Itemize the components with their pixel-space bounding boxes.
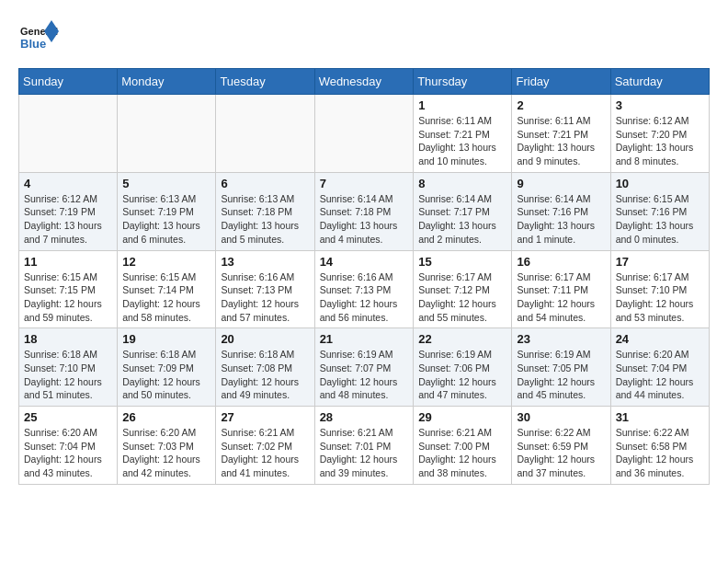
day-info: Sunrise: 6:20 AM Sunset: 7:04 PM Dayligh… [24,426,112,480]
day-number: 28 [320,410,409,424]
day-number: 1 [418,98,506,112]
day-info: Sunrise: 6:15 AM Sunset: 7:14 PM Dayligh… [122,270,210,325]
day-info: Sunrise: 6:12 AM Sunset: 7:20 PM Dayligh… [616,114,704,168]
logo: General Blue [18,18,59,59]
day-info: Sunrise: 6:14 AM Sunset: 7:18 PM Dayligh… [320,192,409,247]
day-info: Sunrise: 6:14 AM Sunset: 7:16 PM Dayligh… [517,192,605,247]
day-number: 18 [24,332,112,346]
day-info: Sunrise: 6:18 AM Sunset: 7:08 PM Dayligh… [221,348,309,402]
day-info: Sunrise: 6:21 AM Sunset: 7:00 PM Dayligh… [418,426,506,480]
calendar-cell: 15Sunrise: 6:17 AM Sunset: 7:12 PM Dayli… [414,250,512,328]
svg-text:Blue: Blue [20,37,46,51]
day-number: 24 [616,332,704,346]
calendar-cell [118,95,216,173]
day-info: Sunrise: 6:20 AM Sunset: 7:04 PM Dayligh… [616,348,704,402]
calendar-cell: 22Sunrise: 6:19 AM Sunset: 7:06 PM Dayli… [414,328,512,407]
day-info: Sunrise: 6:15 AM Sunset: 7:16 PM Dayligh… [616,192,704,247]
page-header: General Blue [18,18,710,59]
calendar-cell: 27Sunrise: 6:21 AM Sunset: 7:02 PM Dayli… [216,407,314,485]
calendar-cell: 31Sunrise: 6:22 AM Sunset: 6:58 PM Dayli… [610,407,709,485]
calendar-cell: 4Sunrise: 6:12 AM Sunset: 7:19 PM Daylig… [19,172,118,250]
calendar-cell: 26Sunrise: 6:20 AM Sunset: 7:03 PM Dayli… [118,407,216,485]
day-info: Sunrise: 6:11 AM Sunset: 7:21 PM Dayligh… [517,114,605,168]
calendar-cell [19,95,118,173]
calendar-cell: 1Sunrise: 6:11 AM Sunset: 7:21 PM Daylig… [414,95,512,173]
day-number: 20 [221,332,309,346]
logo-svg: General Blue [18,18,59,59]
day-number: 10 [616,177,704,190]
calendar-cell: 10Sunrise: 6:15 AM Sunset: 7:16 PM Dayli… [610,172,709,250]
day-number: 7 [320,177,409,190]
calendar-table: SundayMondayTuesdayWednesdayThursdayFrid… [18,68,710,485]
day-info: Sunrise: 6:21 AM Sunset: 7:01 PM Dayligh… [320,426,409,480]
day-number: 9 [517,177,605,190]
calendar-cell: 3Sunrise: 6:12 AM Sunset: 7:20 PM Daylig… [610,95,709,173]
calendar-cell: 16Sunrise: 6:17 AM Sunset: 7:11 PM Dayli… [512,250,610,328]
day-info: Sunrise: 6:17 AM Sunset: 7:10 PM Dayligh… [616,270,704,325]
day-number: 19 [122,332,210,346]
calendar-cell [216,95,314,173]
day-number: 21 [320,332,409,346]
day-number: 6 [221,177,309,190]
day-number: 31 [616,410,704,424]
calendar-cell: 9Sunrise: 6:14 AM Sunset: 7:16 PM Daylig… [512,172,610,250]
day-info: Sunrise: 6:17 AM Sunset: 7:12 PM Dayligh… [418,270,506,325]
calendar-cell: 12Sunrise: 6:15 AM Sunset: 7:14 PM Dayli… [118,250,216,328]
calendar-cell: 19Sunrise: 6:18 AM Sunset: 7:09 PM Dayli… [118,328,216,407]
calendar-cell: 18Sunrise: 6:18 AM Sunset: 7:10 PM Dayli… [19,328,118,407]
calendar-cell: 29Sunrise: 6:21 AM Sunset: 7:00 PM Dayli… [414,407,512,485]
calendar-cell: 5Sunrise: 6:13 AM Sunset: 7:19 PM Daylig… [118,172,216,250]
calendar-cell: 30Sunrise: 6:22 AM Sunset: 6:59 PM Dayli… [512,407,610,485]
day-number: 4 [24,177,112,190]
day-info: Sunrise: 6:20 AM Sunset: 7:03 PM Dayligh… [122,426,210,480]
day-number: 14 [320,255,409,269]
day-info: Sunrise: 6:14 AM Sunset: 7:17 PM Dayligh… [418,192,506,247]
calendar-cell: 6Sunrise: 6:13 AM Sunset: 7:18 PM Daylig… [216,172,314,250]
day-info: Sunrise: 6:13 AM Sunset: 7:19 PM Dayligh… [122,192,210,247]
calendar-cell: 23Sunrise: 6:19 AM Sunset: 7:05 PM Dayli… [512,328,610,407]
calendar-cell: 11Sunrise: 6:15 AM Sunset: 7:15 PM Dayli… [19,250,118,328]
day-info: Sunrise: 6:15 AM Sunset: 7:15 PM Dayligh… [24,270,112,325]
day-info: Sunrise: 6:12 AM Sunset: 7:19 PM Dayligh… [24,192,112,247]
day-number: 11 [24,255,112,269]
day-number: 13 [221,255,309,269]
day-number: 30 [517,410,605,424]
day-number: 23 [517,332,605,346]
calendar-cell: 13Sunrise: 6:16 AM Sunset: 7:13 PM Dayli… [216,250,314,328]
day-number: 29 [418,410,506,424]
day-info: Sunrise: 6:22 AM Sunset: 6:59 PM Dayligh… [517,426,605,480]
day-info: Sunrise: 6:19 AM Sunset: 7:07 PM Dayligh… [320,348,409,402]
day-number: 26 [122,410,210,424]
weekday-header-tuesday: Tuesday [216,69,314,95]
day-number: 5 [122,177,210,190]
calendar-cell: 8Sunrise: 6:14 AM Sunset: 7:17 PM Daylig… [414,172,512,250]
day-info: Sunrise: 6:19 AM Sunset: 7:06 PM Dayligh… [418,348,506,402]
day-number: 2 [517,98,605,112]
day-info: Sunrise: 6:18 AM Sunset: 7:09 PM Dayligh… [122,348,210,402]
day-info: Sunrise: 6:16 AM Sunset: 7:13 PM Dayligh… [221,270,309,325]
day-info: Sunrise: 6:21 AM Sunset: 7:02 PM Dayligh… [221,426,309,480]
day-number: 12 [122,255,210,269]
day-info: Sunrise: 6:13 AM Sunset: 7:18 PM Dayligh… [221,192,309,247]
week-row-3: 11Sunrise: 6:15 AM Sunset: 7:15 PM Dayli… [19,250,710,328]
week-row-2: 4Sunrise: 6:12 AM Sunset: 7:19 PM Daylig… [19,172,710,250]
calendar-cell: 24Sunrise: 6:20 AM Sunset: 7:04 PM Dayli… [610,328,709,407]
weekday-header-row: SundayMondayTuesdayWednesdayThursdayFrid… [19,69,710,95]
day-number: 16 [517,255,605,269]
day-info: Sunrise: 6:18 AM Sunset: 7:10 PM Dayligh… [24,348,112,402]
calendar-cell: 2Sunrise: 6:11 AM Sunset: 7:21 PM Daylig… [512,95,610,173]
day-info: Sunrise: 6:16 AM Sunset: 7:13 PM Dayligh… [320,270,409,325]
calendar-cell: 17Sunrise: 6:17 AM Sunset: 7:10 PM Dayli… [610,250,709,328]
weekday-header-wednesday: Wednesday [314,69,414,95]
calendar-cell: 20Sunrise: 6:18 AM Sunset: 7:08 PM Dayli… [216,328,314,407]
weekday-header-thursday: Thursday [414,69,512,95]
calendar-cell [314,95,414,173]
day-number: 15 [418,255,506,269]
day-number: 17 [616,255,704,269]
weekday-header-sunday: Sunday [19,69,118,95]
day-number: 25 [24,410,112,424]
calendar-cell: 28Sunrise: 6:21 AM Sunset: 7:01 PM Dayli… [314,407,414,485]
day-info: Sunrise: 6:19 AM Sunset: 7:05 PM Dayligh… [517,348,605,402]
weekday-header-saturday: Saturday [610,69,709,95]
day-number: 27 [221,410,309,424]
